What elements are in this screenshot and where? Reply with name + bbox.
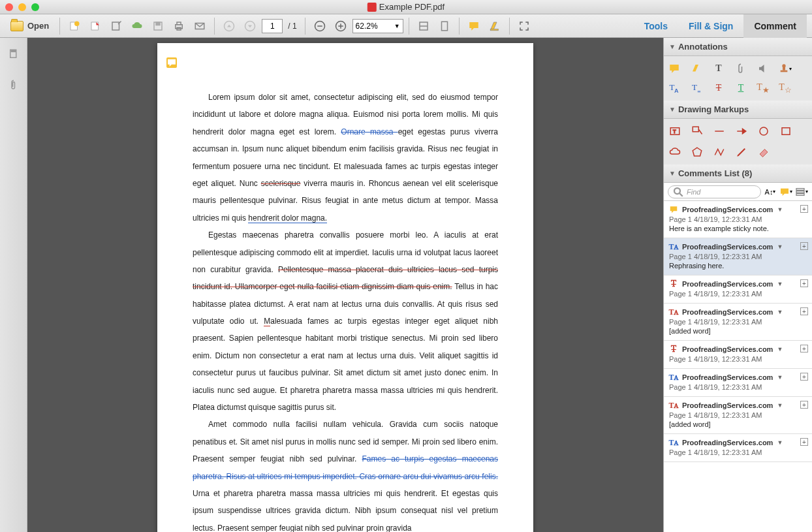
comments-toolbar: Find A↕▾ ▾ ▾ (664, 183, 812, 201)
text-tool[interactable]: T (712, 63, 725, 74)
highlight-button[interactable] (486, 17, 504, 35)
zoom-value: 62.2% (356, 22, 378, 31)
main-toolbar: Open / 1 62.2% ▼ (0, 14, 812, 38)
page-up-button[interactable] (220, 17, 238, 35)
sound-tool[interactable] (757, 63, 770, 74)
find-placeholder: Find (687, 188, 700, 196)
insert-text-tool[interactable]: Tᴀ (668, 82, 681, 94)
fit-page-button[interactable] (435, 17, 454, 35)
text-box-tool[interactable]: T☆ (779, 82, 792, 94)
svg-line-34 (679, 193, 683, 196)
cloud-button[interactable] (128, 17, 146, 35)
page-down-button[interactable] (241, 17, 259, 35)
zoom-select[interactable]: 62.2% ▼ (352, 19, 403, 33)
expand-icon[interactable]: + (800, 401, 808, 409)
comment-item[interactable]: +TᴀProofreadingServices.com▼Page 1 4/18/… (664, 304, 812, 341)
svg-point-24 (782, 64, 785, 67)
fullscreen-button[interactable] (515, 17, 533, 35)
expand-icon[interactable]: + (800, 205, 808, 213)
folder-open-icon (10, 21, 23, 31)
save-button[interactable] (149, 17, 167, 35)
oval-tool[interactable] (758, 125, 770, 137)
comment-item[interactable]: +TᴀProofreadingServices.com▼Page 1 4/18/… (664, 434, 812, 462)
rectangle-tool[interactable] (780, 125, 792, 137)
paragraph-1: Lorem ipsum dolor sit amet, consectetur … (193, 89, 498, 227)
tab-fill-sign[interactable]: Fill & Sign (678, 14, 743, 38)
drawing-panel-head[interactable]: ▼ Drawing Markups (664, 101, 812, 119)
window-controls (5, 3, 39, 11)
open-button[interactable]: Open (5, 17, 54, 35)
replace-text-tool[interactable]: T₌ (690, 82, 703, 94)
chevron-down-icon: ▼ (777, 439, 783, 446)
comment-author: ProofreadingServices.com (682, 243, 773, 251)
attach-tool[interactable] (734, 63, 747, 74)
thumbnails-icon[interactable] (8, 48, 20, 63)
comment-item[interactable]: +TᴀProofreadingServices.com▼Page 1 4/18/… (664, 397, 812, 434)
titlebar: Example PDF.pdf (0, 0, 812, 14)
sticky-note-tool[interactable] (668, 63, 681, 74)
comments-panel-head[interactable]: ▼ Comments List (8) (664, 164, 812, 183)
options-button[interactable]: ▾ (795, 185, 808, 198)
pdf-page: Lorem ipsum dolor sit amet, consectetur … (157, 43, 533, 532)
close-window-button[interactable] (5, 3, 13, 11)
svg-rect-3 (112, 22, 119, 30)
comment-item[interactable]: +TᴀProofreadingServices.com▼Page 1 4/18/… (664, 369, 812, 397)
disclosure-triangle-icon: ▼ (669, 43, 676, 50)
expand-icon[interactable]: + (800, 279, 808, 287)
maximize-window-button[interactable] (31, 3, 39, 11)
document-viewport[interactable]: Lorem ipsum dolor sit amet, consectetur … (27, 38, 663, 532)
sticky-note-icon[interactable] (166, 57, 177, 68)
export-pdf-button[interactable] (86, 17, 104, 35)
text-correction-tool[interactable]: T★ (757, 82, 770, 94)
polygon-tool[interactable] (691, 146, 703, 158)
create-pdf-button[interactable] (65, 17, 84, 35)
comment-item[interactable]: +TᴀProofreadingServices.com▼Page 1 4/18/… (664, 238, 812, 275)
expand-icon[interactable]: + (800, 345, 808, 352)
cloud-tool[interactable] (669, 146, 681, 158)
zoom-out-button[interactable] (311, 17, 329, 35)
expand-icon[interactable]: + (800, 438, 808, 446)
eraser-tool[interactable] (758, 146, 770, 158)
comment-meta: Page 1 4/18/19, 12:23:31 AM (669, 215, 807, 223)
paragraph-2: Egestas maecenas pharetra convallis posu… (193, 227, 498, 416)
separator (459, 18, 460, 35)
connected-lines-tool[interactable] (713, 146, 725, 158)
page-number-input[interactable] (262, 19, 283, 33)
find-input[interactable]: Find (668, 185, 761, 198)
annotations-panel-head[interactable]: ▼ Annotations (664, 38, 812, 56)
highlight-tool[interactable] (690, 63, 703, 74)
edit-button[interactable] (107, 17, 125, 35)
comment-meta: Page 1 4/18/19, 12:23:31 AM (669, 411, 807, 419)
tab-tools[interactable]: Tools (634, 14, 678, 38)
callout-tool[interactable] (691, 125, 703, 137)
minimize-window-button[interactable] (18, 3, 26, 11)
comment-item[interactable]: +ProofreadingServices.com▼Page 1 4/18/19… (664, 201, 812, 238)
email-button[interactable] (191, 17, 209, 35)
underline-tool[interactable]: T (734, 82, 747, 94)
line-tool[interactable] (713, 125, 725, 137)
attachments-icon[interactable] (8, 79, 20, 94)
comment-text: Here is an example sticky note. (669, 225, 807, 232)
strikethrough-tool[interactable]: T (712, 82, 725, 94)
comment-item[interactable]: +T̶ProofreadingServices.com▼Page 1 4/18/… (664, 341, 812, 369)
comment-list[interactable]: +ProofreadingServices.com▼Page 1 4/18/19… (664, 201, 812, 532)
stamp-tool[interactable]: ▾ (779, 63, 792, 74)
svg-rect-36 (796, 191, 804, 193)
pencil-tool[interactable] (736, 146, 747, 158)
comment-meta: Page 1 4/18/19, 12:23:31 AM (669, 448, 807, 456)
comment-item[interactable]: +T̶ProofreadingServices.com▼Page 1 4/18/… (664, 275, 812, 304)
expand-icon[interactable]: + (800, 242, 808, 250)
expand-icon[interactable]: + (800, 307, 808, 315)
sticky-note-button[interactable] (465, 17, 483, 35)
zoom-in-button[interactable] (332, 17, 350, 35)
comment-type-icon: T̶ (669, 345, 678, 354)
sort-button[interactable]: A↕▾ (764, 185, 777, 198)
filter-button[interactable]: ▾ (779, 185, 792, 198)
textbox-tool[interactable]: T (669, 125, 681, 137)
arrow-tool[interactable] (736, 125, 747, 137)
expand-icon[interactable]: + (800, 373, 808, 381)
tab-comment[interactable]: Comment (743, 14, 807, 38)
fit-width-button[interactable] (414, 17, 433, 35)
comment-author: ProofreadingServices.com (682, 345, 773, 353)
print-button[interactable] (170, 17, 188, 35)
